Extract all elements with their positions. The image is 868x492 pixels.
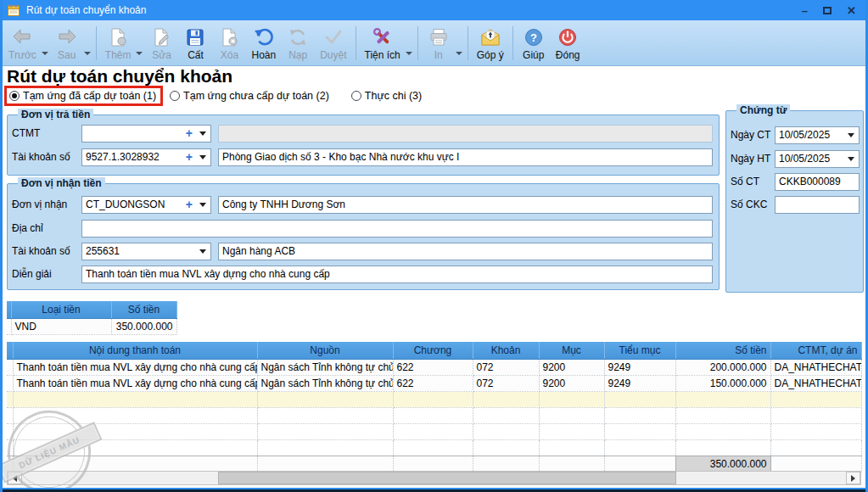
- receiver-unit-combo[interactable]: CT_DUONGSON +: [81, 196, 211, 214]
- detail-table: Nội dung thanh toán Nguồn Chương Khoản M…: [7, 342, 862, 472]
- toolbar-button-in[interactable]: In: [422, 22, 456, 64]
- col-tieu-muc: Tiểu mục: [604, 342, 675, 359]
- app-window: Rút dự toán chuyển khoản – ✕ Trước Sau: [0, 0, 868, 492]
- toolbar-button-truoc[interactable]: Trước: [3, 22, 42, 64]
- radio-tam-ung-chua-cap[interactable]: Tạm ứng chưa cấp dự toán (2): [170, 90, 329, 102]
- chevron-down-icon[interactable]: [199, 131, 206, 136]
- table-empty-row[interactable]: [7, 423, 861, 439]
- description-field[interactable]: Thanh toán tiền mua NVL xây dựng cho nhà…: [81, 266, 713, 283]
- toolbar-button-dong[interactable]: Đóng: [551, 22, 585, 64]
- doc-no-field[interactable]: CKKB000089: [775, 173, 860, 191]
- maximize-button[interactable]: [823, 7, 832, 14]
- currency-header: Loại tiền: [11, 301, 111, 318]
- toolbar-button-hoan[interactable]: Hoàn: [246, 22, 281, 64]
- col-nguon: Nguồn: [257, 342, 393, 359]
- row-indicator: [7, 359, 13, 375]
- address-field[interactable]: [81, 220, 713, 238]
- help-icon: ?: [524, 27, 544, 48]
- scroll-left-icon: [13, 475, 17, 482]
- date-ht-combo[interactable]: 10/05/2025: [775, 150, 860, 168]
- toolbar-button-tien-ich[interactable]: Tiện ích: [360, 22, 406, 64]
- chevron-down-icon[interactable]: [848, 133, 854, 137]
- date-ct-combo[interactable]: 10/05/2025: [775, 126, 860, 144]
- table-row[interactable]: Thanh toán tiền mua NVL xây dựng cho nhà…: [7, 359, 861, 375]
- currency-row[interactable]: VND 350.000.000: [7, 318, 176, 334]
- forward-icon: [57, 27, 77, 48]
- table-empty-row[interactable]: [7, 439, 861, 456]
- toolbar-separator: [512, 26, 513, 60]
- form-content: Rút dự toán chuyển khoản Tạm ứng đã cấp …: [3, 66, 865, 488]
- undo-icon: [254, 27, 274, 48]
- row-indicator-header: [7, 342, 13, 359]
- scroll-left-button[interactable]: [8, 472, 22, 484]
- tools-icon: [372, 27, 393, 48]
- receiver-account-label: Tài khoản số: [12, 243, 70, 260]
- radio-icon[interactable]: [170, 91, 180, 101]
- toolbar-separator: [96, 26, 97, 60]
- annotation-highlight-box: Tạm ứng đã cấp dự toán (1): [4, 86, 163, 106]
- toolbar-button-sau[interactable]: Sau: [50, 22, 84, 64]
- receiver-account-combo[interactable]: 255631: [81, 243, 211, 260]
- add-doc-icon: [108, 27, 128, 48]
- toolbar-button-nap[interactable]: Nạp: [281, 22, 315, 64]
- title-bar[interactable]: Rút dự toán chuyển khoản – ✕: [0, 0, 868, 20]
- toolbar-button-gop-y[interactable]: Góp ý: [472, 22, 509, 64]
- toolbar-button-giup[interactable]: ? Giúp: [517, 22, 551, 64]
- ctmt-combo[interactable]: +: [81, 125, 211, 143]
- radio-thuc-chi[interactable]: Thực chi (3): [351, 90, 422, 102]
- chevron-down-icon[interactable]: [42, 52, 48, 55]
- ctmt-label: CTMT: [12, 125, 40, 143]
- receiver-unit-label: Đơn vị nhận: [12, 196, 67, 214]
- toolbar-separator: [417, 26, 418, 60]
- col-khoan: Khoản: [473, 342, 539, 359]
- chevron-down-icon[interactable]: [199, 155, 206, 159]
- toolbar-button-them[interactable]: Thêm: [100, 22, 137, 64]
- power-close-icon: [557, 27, 578, 48]
- add-icon[interactable]: +: [186, 149, 193, 165]
- add-icon[interactable]: +: [186, 197, 193, 213]
- amount-header: Số tiền: [111, 301, 176, 318]
- table-empty-row[interactable]: [7, 407, 861, 423]
- edit-doc-icon: [151, 27, 171, 48]
- close-button[interactable]: ✕: [847, 5, 856, 16]
- table-row[interactable]: Thanh toán tiền mua NVL xây dựng cho nhà…: [7, 375, 861, 391]
- horizontal-scrollbar[interactable]: [7, 471, 861, 485]
- feedback-envelope-icon: [480, 27, 501, 48]
- receiver-bank-field[interactable]: Ngân hàng ACB: [218, 243, 713, 260]
- add-icon[interactable]: +: [186, 126, 193, 142]
- chevron-down-icon[interactable]: [456, 52, 462, 55]
- ckc-field[interactable]: [775, 196, 860, 214]
- payer-account-combo[interactable]: 9527.1.3028932 +: [81, 148, 211, 166]
- table-new-row[interactable]: [7, 391, 861, 407]
- col-so-tien: Số tiền: [675, 342, 770, 359]
- chevron-down-icon[interactable]: [848, 157, 854, 161]
- chevron-down-icon[interactable]: [199, 203, 206, 207]
- minimize-button[interactable]: –: [802, 5, 808, 16]
- receiver-unit-name-field[interactable]: Công ty TNHH Dương Sơn: [218, 196, 713, 214]
- toolbar-separator: [468, 26, 468, 60]
- chevron-down-icon[interactable]: [136, 52, 143, 55]
- ctmt-name-field: [218, 125, 713, 143]
- radio-icon[interactable]: [9, 91, 20, 101]
- currency-table: Loại tiền Số tiền VND 350.000.000: [7, 301, 177, 335]
- voucher-type-radios: Tạm ứng đã cấp dự toán (1) Tạm ứng chưa …: [4, 86, 422, 106]
- print-icon: [428, 27, 449, 48]
- toolbar-button-xoa[interactable]: Xóa: [212, 22, 246, 64]
- chevron-down-icon[interactable]: [199, 249, 206, 254]
- table-total-row: 350.000.000: [7, 456, 861, 472]
- total-amount: 350.000.000: [675, 456, 770, 472]
- payer-group: Đơn vị trả tiền CTMT + Tài khoản số 9527…: [7, 115, 720, 176]
- scrollbar-thumb[interactable]: [218, 472, 676, 484]
- refresh-icon: [288, 27, 308, 48]
- chevron-down-icon[interactable]: [406, 52, 412, 55]
- radio-tam-ung-da-cap[interactable]: Tạm ứng đã cấp dự toán (1): [9, 90, 156, 102]
- svg-text:?: ?: [530, 31, 537, 44]
- chevron-down-icon[interactable]: [84, 52, 91, 55]
- toolbar-button-cat[interactable]: Cất: [178, 22, 212, 64]
- toolbar-button-duyet[interactable]: Duyệt: [315, 22, 351, 64]
- payer-account-name-field[interactable]: Phòng Giao dịch số 3 - Kho bạc Nhà nước …: [218, 148, 713, 166]
- radio-icon[interactable]: [351, 91, 361, 101]
- toolbar-button-sua[interactable]: Sửa: [144, 22, 178, 64]
- date-ct-label: Ngày CT: [731, 126, 770, 144]
- scroll-right-button[interactable]: [846, 472, 860, 484]
